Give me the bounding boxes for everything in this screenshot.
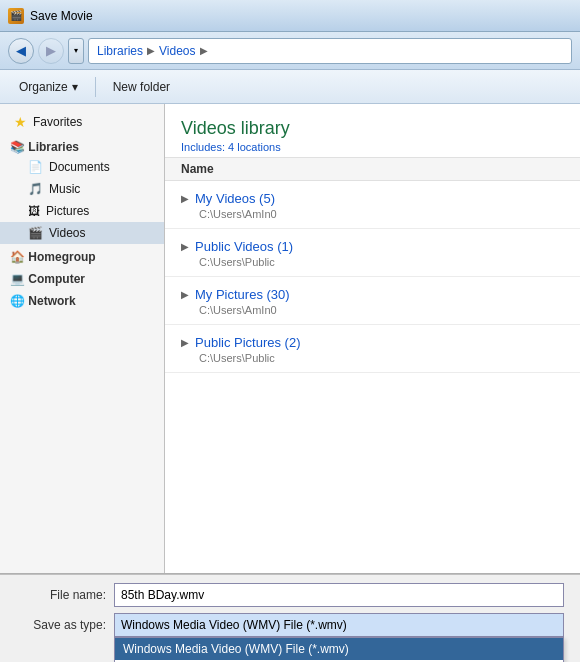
sidebar: ★ Favorites 📚 Libraries 📄 Documents 🎵 Mu…: [0, 104, 165, 573]
breadcrumb-bar: Libraries ▶ Videos ▶: [88, 38, 572, 64]
nav-dropdown-button[interactable]: ▾: [68, 38, 84, 64]
locations-link[interactable]: 4 locations: [228, 141, 281, 153]
sidebar-item-music[interactable]: 🎵 Music: [0, 178, 164, 200]
file-name-row: File name:: [16, 583, 564, 607]
save-as-type-dropdown-list: Windows Media Video (WMV) File (*.wmv) A…: [114, 637, 564, 662]
breadcrumb-libraries[interactable]: Libraries: [97, 44, 143, 58]
music-icon: 🎵: [28, 182, 43, 196]
sidebar-network-label: Network: [28, 294, 75, 308]
new-folder-label: New folder: [113, 80, 170, 94]
sidebar-item-libraries[interactable]: 📚 Libraries: [0, 134, 164, 156]
library-group-myvideos: ▶ My Videos (5) C:\Users\AmIn0: [165, 181, 580, 229]
library-header: Videos library Includes: 4 locations: [165, 104, 580, 158]
organize-dropdown-icon: ▾: [72, 80, 78, 94]
sidebar-documents-label: Documents: [49, 160, 110, 174]
sidebar-music-label: Music: [49, 182, 80, 196]
group-myvideos-path: C:\Users\AmIn0: [181, 208, 564, 220]
expand-arrow-publicpictures: ▶: [181, 337, 189, 348]
library-group-publicpictures: ▶ Public Pictures (2) C:\Users\Public: [165, 325, 580, 373]
library-title: Videos library: [181, 118, 564, 139]
library-group-publicvideos-title[interactable]: ▶ Public Videos (1): [181, 239, 564, 254]
app-icon: 🎬: [8, 8, 24, 24]
libraries-icon: 📚: [10, 140, 25, 154]
back-button[interactable]: ◀: [8, 38, 34, 64]
bottom-form-area: File name: Save as type: Windows Media V…: [0, 574, 580, 662]
sidebar-videos-label: Videos: [49, 226, 85, 240]
sidebar-item-pictures[interactable]: 🖼 Pictures: [0, 200, 164, 222]
save-as-type-selected[interactable]: Windows Media Video (WMV) File (*.wmv): [114, 613, 564, 637]
library-group-publicvideos: ▶ Public Videos (1) C:\Users\Public: [165, 229, 580, 277]
library-includes: Includes: 4 locations: [181, 141, 564, 153]
toolbar: Organize ▾ New folder: [0, 70, 580, 104]
library-group-mypictures-title[interactable]: ▶ My Pictures (30): [181, 287, 564, 302]
column-header-name: Name: [165, 158, 580, 181]
save-as-type-label: Save as type:: [16, 618, 106, 632]
toolbar-separator: [95, 77, 96, 97]
sidebar-item-documents[interactable]: 📄 Documents: [0, 156, 164, 178]
breadcrumb-sep-1: ▶: [147, 45, 155, 56]
sidebar-pictures-label: Pictures: [46, 204, 89, 218]
pictures-icon: 🖼: [28, 204, 40, 218]
breadcrumb-sep-2: ▶: [200, 45, 208, 56]
title-bar: 🎬 Save Movie: [0, 0, 580, 32]
organize-label: Organize: [19, 80, 68, 94]
expand-arrow-mypictures: ▶: [181, 289, 189, 300]
videos-icon: 🎬: [28, 226, 43, 240]
nav-bar: ◀ ▶ ▾ Libraries ▶ Videos ▶: [0, 32, 580, 70]
network-icon: 🌐: [10, 294, 25, 308]
group-publicvideos-path: C:\Users\Public: [181, 256, 564, 268]
library-group-myvideos-title[interactable]: ▶ My Videos (5): [181, 191, 564, 206]
main-area: ★ Favorites 📚 Libraries 📄 Documents 🎵 Mu…: [0, 104, 580, 574]
sidebar-item-videos[interactable]: 🎬 Videos: [0, 222, 164, 244]
group-myvideos-name: My Videos (5): [195, 191, 275, 206]
dropdown-option-wmv-1[interactable]: Windows Media Video (WMV) File (*.wmv): [115, 638, 563, 660]
group-publicvideos-name: Public Videos (1): [195, 239, 293, 254]
sidebar-item-homegroup[interactable]: 🏠 Homegroup: [0, 244, 164, 266]
sidebar-item-computer[interactable]: 💻 Computer: [0, 266, 164, 288]
library-group-mypictures: ▶ My Pictures (30) C:\Users\AmIn0: [165, 277, 580, 325]
includes-label: Includes:: [181, 141, 225, 153]
file-name-input[interactable]: [114, 583, 564, 607]
star-icon: ★: [14, 114, 27, 130]
sidebar-item-network[interactable]: 🌐 Network: [0, 288, 164, 310]
group-publicpictures-path: C:\Users\Public: [181, 352, 564, 364]
sidebar-favorites-label: Favorites: [33, 115, 82, 129]
homegroup-icon: 🏠: [10, 250, 25, 264]
documents-icon: 📄: [28, 160, 43, 174]
breadcrumb-videos[interactable]: Videos: [159, 44, 195, 58]
expand-arrow-myvideos: ▶: [181, 193, 189, 204]
expand-arrow-publicvideos: ▶: [181, 241, 189, 252]
file-name-label: File name:: [16, 588, 106, 602]
group-publicpictures-name: Public Pictures (2): [195, 335, 300, 350]
new-folder-button[interactable]: New folder: [104, 76, 179, 98]
forward-button[interactable]: ▶: [38, 38, 64, 64]
content-area: Videos library Includes: 4 locations Nam…: [165, 104, 580, 573]
title-bar-text: Save Movie: [30, 9, 93, 23]
sidebar-item-favorites[interactable]: ★ Favorites: [0, 110, 164, 134]
library-group-publicpictures-title[interactable]: ▶ Public Pictures (2): [181, 335, 564, 350]
save-as-type-dropdown-container: Windows Media Video (WMV) File (*.wmv) W…: [114, 613, 564, 637]
group-mypictures-name: My Pictures (30): [195, 287, 290, 302]
save-as-type-row: Save as type: Windows Media Video (WMV) …: [16, 613, 564, 637]
computer-icon: 💻: [10, 272, 25, 286]
organize-button[interactable]: Organize ▾: [10, 76, 87, 98]
group-mypictures-path: C:\Users\AmIn0: [181, 304, 564, 316]
